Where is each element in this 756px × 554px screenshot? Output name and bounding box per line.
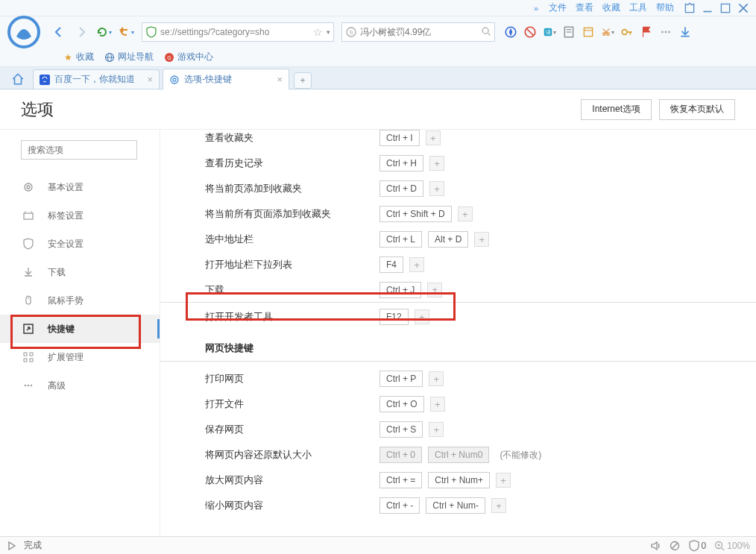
menu-file[interactable]: 文件 xyxy=(549,1,567,14)
more-icon xyxy=(22,380,34,391)
ext-reader-icon[interactable] xyxy=(562,25,576,39)
play-icon[interactable] xyxy=(6,540,18,552)
add-key-button[interactable]: + xyxy=(429,181,444,196)
shortcut-key[interactable]: Ctrl + J xyxy=(379,282,421,298)
sound-icon[interactable] xyxy=(649,540,661,552)
shortcut-key[interactable]: Ctrl + Num- xyxy=(426,497,485,514)
sidebar-item-gestures[interactable]: 鼠标手势 xyxy=(0,286,160,315)
block-icon[interactable] xyxy=(669,540,681,552)
menu-view[interactable]: 查看 xyxy=(576,1,593,14)
search-input[interactable] xyxy=(360,27,481,37)
shortcut-key: Ctrl + Num0 xyxy=(428,447,489,463)
tab-close-icon[interactable]: × xyxy=(277,74,283,85)
add-key-button[interactable]: + xyxy=(429,156,444,171)
add-key-button[interactable]: + xyxy=(415,309,429,324)
url-input[interactable] xyxy=(160,27,312,37)
add-key-button[interactable]: + xyxy=(491,498,506,513)
sidebar: 基本设置 标签设置 安全设置 下载 鼠标手势 快捷键 扩展管理 高级 xyxy=(0,130,160,537)
page-header: 选项 Internet选项 恢复本页默认 xyxy=(0,89,756,130)
search-icon[interactable] xyxy=(481,26,491,39)
shortcut-key[interactable]: Ctrl + Shift + D xyxy=(379,206,452,222)
add-key-button[interactable]: + xyxy=(426,130,441,145)
bookmark-games[interactable]: G游戏中心 xyxy=(164,51,213,63)
shortcut-key[interactable]: Ctrl + - xyxy=(379,497,420,514)
close-icon[interactable] xyxy=(737,1,750,15)
menu-tools[interactable]: 工具 xyxy=(629,1,647,14)
skin-icon[interactable] xyxy=(683,1,696,15)
download-icon xyxy=(22,266,34,278)
shortcut-key[interactable]: Ctrl + O xyxy=(379,396,424,412)
sidebar-item-basic[interactable]: 基本设置 xyxy=(0,173,160,201)
tab-baidu[interactable]: 百度一下，你就知道 × xyxy=(33,69,160,89)
expand-icon[interactable]: » xyxy=(534,4,538,13)
setting-label: 缩小网页内容 xyxy=(205,499,379,512)
favorite-star-icon[interactable]: ☆ xyxy=(312,26,324,38)
ext-more-icon[interactable] xyxy=(659,25,672,39)
new-tab-button[interactable]: + xyxy=(294,72,312,89)
sogou-icon: S xyxy=(345,26,357,38)
bookmark-nav[interactable]: 网址导航 xyxy=(104,51,154,63)
maximize-icon[interactable] xyxy=(719,1,732,15)
internet-options-button[interactable]: Internet选项 xyxy=(581,99,652,120)
shortcut-key[interactable]: Ctrl + D xyxy=(379,180,423,197)
add-key-button[interactable]: + xyxy=(409,257,424,272)
sidebar-item-security[interactable]: 安全设置 xyxy=(0,230,160,258)
sidebar-item-download[interactable]: 下载 xyxy=(0,258,160,286)
shortcut-key[interactable]: Ctrl + Num+ xyxy=(428,472,490,488)
baidu-icon xyxy=(40,75,50,85)
shortcut-icon xyxy=(22,323,34,335)
sidebar-item-shortcuts[interactable]: 快捷键 xyxy=(0,315,160,343)
reload-button[interactable]: ▾ xyxy=(94,22,113,42)
shortcut-key[interactable]: Ctrl + S xyxy=(379,421,423,438)
ext-scissors-icon[interactable]: ▾ xyxy=(601,25,614,39)
shortcut-key[interactable]: Ctrl + L xyxy=(379,231,422,248)
add-key-button[interactable]: + xyxy=(474,232,489,247)
download-icon[interactable] xyxy=(678,25,692,39)
add-key-button[interactable]: + xyxy=(427,283,442,298)
search-bar[interactable]: S xyxy=(341,22,495,42)
shield-icon[interactable] xyxy=(688,540,700,552)
shortcut-key[interactable]: Alt + D xyxy=(428,231,468,248)
bookmark-favorites[interactable]: ★收藏 xyxy=(63,51,94,63)
svg-text:S: S xyxy=(349,29,353,36)
ext-adblock-icon[interactable] xyxy=(523,25,537,39)
shortcut-key[interactable]: F4 xyxy=(379,256,403,273)
add-key-button[interactable]: + xyxy=(458,207,473,221)
ext-translate-icon[interactable]: 译▾ xyxy=(543,25,556,39)
addrbar-dropdown-icon[interactable]: ▾ xyxy=(327,28,330,36)
back-button[interactable] xyxy=(49,22,69,42)
tab-settings[interactable]: 选项-快捷键 × xyxy=(163,69,289,89)
zoom-icon[interactable] xyxy=(714,540,725,552)
ext-flag-icon[interactable] xyxy=(640,25,653,39)
svg-point-35 xyxy=(171,76,178,84)
undo-close-button[interactable]: ▾ xyxy=(116,22,136,42)
tab-close-icon[interactable]: × xyxy=(147,74,153,85)
address-bar[interactable]: ☆ ▾ xyxy=(142,22,334,42)
ext-compass-icon[interactable] xyxy=(504,25,517,39)
shortcut-key[interactable]: Ctrl + = xyxy=(379,472,422,488)
add-key-button[interactable]: + xyxy=(429,422,444,437)
sidebar-item-advanced[interactable]: 高级 xyxy=(0,371,160,400)
forward-button[interactable] xyxy=(72,22,91,42)
shortcut-key: Ctrl + 0 xyxy=(379,447,422,463)
add-key-button[interactable]: + xyxy=(429,371,444,386)
sidebar-item-tabs[interactable]: 标签设置 xyxy=(0,201,160,230)
ext-key-icon[interactable] xyxy=(620,25,634,39)
menu-help[interactable]: 帮助 xyxy=(656,1,674,14)
minimize-icon[interactable] xyxy=(701,1,714,15)
menu-favorites[interactable]: 收藏 xyxy=(602,1,620,14)
svg-text:G: G xyxy=(167,55,171,60)
tab-label: 百度一下，你就知道 xyxy=(54,73,142,86)
mouse-icon xyxy=(22,295,34,306)
shortcut-key[interactable]: Ctrl + I xyxy=(379,130,420,146)
shortcut-key[interactable]: F12 xyxy=(379,309,409,325)
ext-note-icon[interactable] xyxy=(582,25,595,39)
add-key-button[interactable]: + xyxy=(496,473,511,488)
add-key-button[interactable]: + xyxy=(430,397,445,412)
shortcut-key[interactable]: Ctrl + H xyxy=(379,155,423,171)
home-tab[interactable] xyxy=(6,69,30,89)
shortcut-key[interactable]: Ctrl + P xyxy=(379,371,423,387)
restore-defaults-button[interactable]: 恢复本页默认 xyxy=(659,99,735,120)
sidebar-item-extensions[interactable]: 扩展管理 xyxy=(0,343,160,371)
search-options-input[interactable] xyxy=(21,140,137,160)
